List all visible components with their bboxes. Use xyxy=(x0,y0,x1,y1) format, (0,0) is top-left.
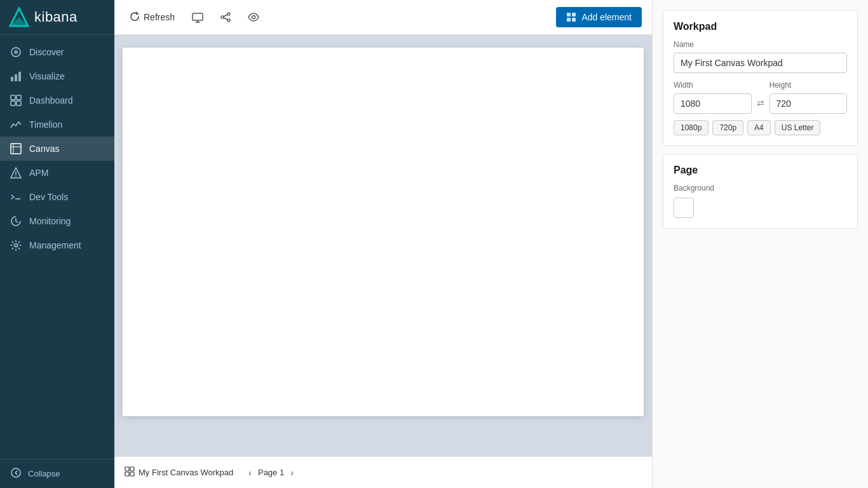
svg-point-24 xyxy=(221,16,224,18)
screen-icon-button[interactable] xyxy=(187,7,208,27)
svg-rect-35 xyxy=(125,472,129,476)
add-element-label: Add element xyxy=(581,12,632,22)
sidebar-item-apm[interactable]: APM xyxy=(0,161,114,185)
svg-rect-36 xyxy=(130,472,134,476)
share-icon-button[interactable] xyxy=(215,7,236,27)
svg-rect-29 xyxy=(567,13,571,17)
workpad-grid-icon xyxy=(125,466,135,478)
canvas-icon xyxy=(10,143,22,154)
svg-line-26 xyxy=(224,15,227,17)
refresh-label: Refresh xyxy=(144,12,175,22)
width-group: Width xyxy=(674,81,752,114)
svg-rect-10 xyxy=(17,101,21,105)
sidebar-item-devtools[interactable]: Dev Tools xyxy=(0,185,114,209)
sidebar-item-monitoring[interactable]: Monitoring xyxy=(0,209,114,233)
svg-point-25 xyxy=(227,19,230,22)
sidebar-item-management[interactable]: Management xyxy=(0,233,114,257)
svg-rect-34 xyxy=(130,467,134,471)
svg-rect-33 xyxy=(125,467,129,471)
width-input[interactable] xyxy=(674,93,752,114)
svg-rect-31 xyxy=(567,18,571,22)
svg-rect-7 xyxy=(11,95,15,100)
bottom-bar: My First Canvas Workpad ‹ Page 1 › xyxy=(114,456,652,488)
sidebar-item-canvas[interactable]: Canvas xyxy=(0,137,114,161)
preset-1080p[interactable]: 1080p xyxy=(674,120,709,135)
svg-point-16 xyxy=(15,175,17,177)
swap-dimensions-icon[interactable]: ⇄ xyxy=(757,98,764,108)
refresh-icon xyxy=(130,11,140,24)
background-color-swatch[interactable] xyxy=(674,198,694,218)
workpad-name-label: My First Canvas Workpad xyxy=(139,468,233,477)
workpad-section-title: Workpad xyxy=(674,21,847,32)
dashboard-label: Dashboard xyxy=(29,95,73,105)
discover-label: Discover xyxy=(29,47,64,57)
preview-icon-button[interactable] xyxy=(243,7,264,27)
toolbar: Refresh Add element xyxy=(114,0,652,35)
kibana-logo-text: kibana xyxy=(34,9,78,25)
collapse-icon xyxy=(10,467,22,480)
name-field-label: Name xyxy=(674,40,847,49)
add-element-button[interactable]: Add element xyxy=(556,7,642,27)
width-label: Width xyxy=(674,81,752,90)
workpad-section: Workpad Name Width ⇄ Height 1080p 720p A… xyxy=(663,10,858,146)
workpad-name-input[interactable] xyxy=(674,53,847,73)
management-icon xyxy=(10,240,22,251)
preset-720p[interactable]: 720p xyxy=(712,120,743,135)
svg-point-3 xyxy=(14,50,18,54)
nav-items: Discover Visualize Dashboard Timelion Ca… xyxy=(0,35,114,459)
monitoring-icon xyxy=(10,215,22,227)
prev-page-button[interactable]: ‹ xyxy=(246,466,254,479)
svg-point-28 xyxy=(252,16,255,19)
kibana-logo-icon xyxy=(9,7,29,27)
apm-label: APM xyxy=(29,168,48,178)
screen-icon xyxy=(192,11,203,23)
sidebar-item-discover[interactable]: Discover xyxy=(0,40,114,64)
sidebar-bottom: Collapse xyxy=(0,459,114,488)
svg-rect-30 xyxy=(572,13,576,17)
apm-icon xyxy=(10,167,22,179)
preset-a4[interactable]: A4 xyxy=(747,120,771,135)
sidebar-item-visualize[interactable]: Visualize xyxy=(0,64,114,88)
devtools-label: Dev Tools xyxy=(29,192,68,202)
sidebar-item-dashboard[interactable]: Dashboard xyxy=(0,88,114,112)
right-panel: Workpad Name Width ⇄ Height 1080p 720p A… xyxy=(652,0,868,488)
preset-us-letter[interactable]: US Letter xyxy=(775,120,821,135)
preview-icon xyxy=(248,11,259,23)
svg-rect-6 xyxy=(18,72,21,81)
svg-rect-4 xyxy=(11,77,13,81)
visualize-label: Visualize xyxy=(29,71,65,81)
next-page-button[interactable]: › xyxy=(288,466,296,479)
devtools-icon xyxy=(10,191,22,203)
svg-point-18 xyxy=(15,244,18,247)
svg-rect-32 xyxy=(572,18,576,22)
svg-rect-20 xyxy=(193,13,203,20)
sidebar-item-timelion[interactable]: Timelion xyxy=(0,112,114,137)
main-content: Refresh Add element My First Canvas Work… xyxy=(114,0,652,488)
share-icon xyxy=(220,11,231,23)
monitoring-label: Monitoring xyxy=(29,216,71,226)
visualize-icon xyxy=(10,71,22,82)
height-group: Height xyxy=(770,81,848,114)
preset-buttons: 1080p 720p A4 US Letter xyxy=(674,120,847,135)
page-navigation: ‹ Page 1 › xyxy=(246,466,296,479)
page-label: Page 1 xyxy=(258,468,284,477)
dashboard-icon xyxy=(10,95,22,106)
add-element-icon xyxy=(566,12,576,22)
svg-rect-11 xyxy=(11,144,21,154)
management-label: Management xyxy=(29,240,81,250)
discover-icon xyxy=(10,46,22,58)
svg-rect-8 xyxy=(17,95,21,100)
dimensions-row: Width ⇄ Height xyxy=(674,81,847,114)
timelion-label: Timelion xyxy=(29,119,62,130)
svg-point-23 xyxy=(227,13,230,15)
collapse-button[interactable]: Collapse xyxy=(10,467,104,480)
svg-rect-9 xyxy=(11,101,15,105)
refresh-button[interactable]: Refresh xyxy=(125,9,180,26)
canvas-label: Canvas xyxy=(29,144,59,154)
height-label: Height xyxy=(770,81,848,90)
canvas-area[interactable] xyxy=(114,35,652,456)
background-label: Background xyxy=(674,184,847,193)
svg-line-27 xyxy=(224,18,227,20)
canvas-workpad xyxy=(123,48,644,416)
height-input[interactable] xyxy=(770,93,848,114)
